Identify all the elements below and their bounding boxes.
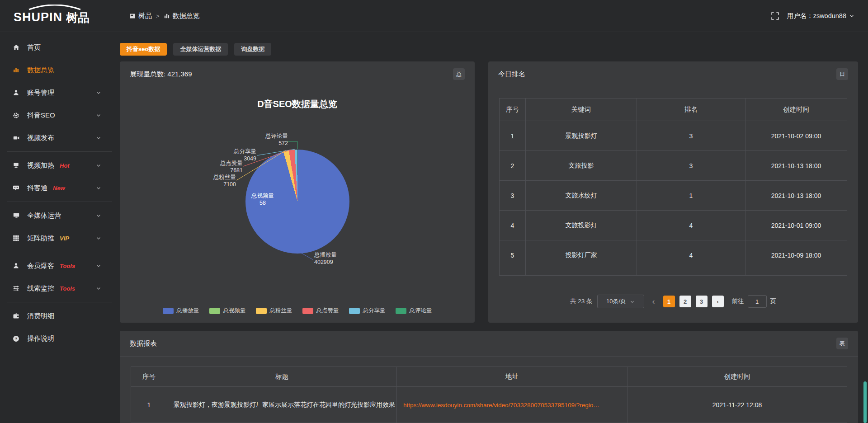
user-icon [13, 263, 21, 269]
table-header-row: 序号 标题 地址 创建时间 [131, 367, 847, 387]
tab-inquiry-data[interactable]: 询盘数据 [234, 43, 271, 56]
main-content: 抖音seo数据 全媒体运营数据 询盘数据 展现量总数: 421,369 总 D音… [113, 32, 868, 423]
legend-item-plays[interactable]: 总播放量 [163, 307, 199, 315]
breadcrumb-current: 数据总览 [164, 12, 200, 20]
sidebar-item-video-publish[interactable]: 视频发布 [0, 127, 113, 149]
bar-chart-icon [13, 67, 21, 73]
table-row: 2文旅投影32021-10-13 18:00 [500, 151, 847, 181]
logo-graphic: SHUPIN 树品 [11, 5, 101, 25]
sidebar-item-operation-guide[interactable]: ? 操作说明 [0, 327, 113, 350]
bar-chart-icon [164, 13, 170, 19]
day-badge-button[interactable]: 日 [836, 68, 848, 80]
vip-badge: VIP [60, 235, 69, 242]
user-menu[interactable]: 用户名：zswodun88 [787, 12, 854, 20]
goto-label: 前往 [732, 297, 744, 306]
legend-item-likes[interactable]: 总点赞量 [302, 307, 339, 315]
pie-label-likes: 总点赞量7681 [220, 160, 243, 174]
sidebar-item-account[interactable]: 账号管理 [0, 81, 113, 104]
column-header-url: 地址 [397, 367, 627, 387]
hot-badge: Hot [60, 162, 70, 169]
table-row: 1 景观投影灯，夜游景观投影灯厂家展示展示落花灯在花园里的灯光投影应用效果 # … [131, 387, 847, 423]
total-badge-button[interactable]: 总 [453, 68, 465, 80]
video-url-link[interactable]: https://www.iesdouyin.com/share/video/70… [403, 402, 599, 409]
table-row: 5投影灯厂家42021-10-09 18:00 [500, 240, 847, 270]
sidebar-item-clue-monitor[interactable]: 线索监控 Tools [0, 277, 113, 300]
column-header-index: 序号 [500, 99, 526, 121]
vertical-scrollbar-thumb[interactable] [863, 381, 867, 423]
fullscreen-icon[interactable] [771, 12, 779, 20]
column-header-keyword: 关键词 [526, 99, 637, 121]
chevron-down-icon [96, 135, 101, 141]
page-button-3[interactable]: 3 [696, 296, 708, 307]
sidebar-item-home[interactable]: 首页 [0, 36, 113, 59]
sidebar-item-member-baoke[interactable]: 会员爆客 Tools [0, 254, 113, 277]
tools-badge: Tools [60, 263, 75, 269]
video-title-cell: 景观投影灯，夜游景观投影灯厂家展示展示落花灯在花园里的灯光投影应用效果 # [167, 387, 397, 423]
pie-chart: D音SEO数据量总览 总评论量572 总分享量3049 [120, 87, 475, 323]
chevron-down-icon [849, 13, 854, 19]
app-window-icon [129, 13, 136, 19]
column-header-title: 标题 [167, 367, 397, 387]
legend-item-comments[interactable]: 总评论量 [396, 307, 432, 315]
pie-label-fans: 总粉丝量7100 [213, 174, 236, 188]
goto-page-input[interactable] [748, 295, 767, 308]
tab-media-operation-data[interactable]: 全媒体运营数据 [173, 43, 228, 56]
wallet-icon [13, 313, 21, 319]
goto-unit: 页 [770, 297, 777, 306]
page-size-select[interactable]: 10条/页 [597, 295, 644, 308]
chart-legend: 总播放量 总视频量 总粉丝量 总点赞量 总分享量 总评论量 [120, 307, 475, 315]
prev-page-button[interactable]: ‹ [649, 297, 659, 306]
user-icon [13, 89, 21, 96]
app-logo[interactable]: SHUPIN 树品 [0, 5, 113, 27]
ranking-table: 序号 关键词 排名 创建时间 1景观投影灯32021-10-02 09:00 [499, 98, 847, 276]
breadcrumb-separator: > [156, 13, 160, 19]
report-panel-title: 数据报表 [130, 339, 157, 348]
legend-item-videos[interactable]: 总视频量 [209, 307, 246, 315]
legend-item-shares[interactable]: 总分享量 [349, 307, 386, 315]
report-table: 序号 标题 地址 创建时间 1 景观投影灯，夜游景观投影灯厂家展示展示落花灯在花… [131, 367, 847, 423]
column-header-rank: 排名 [637, 99, 745, 121]
legend-item-fans[interactable]: 总粉丝量 [256, 307, 292, 315]
video-camera-icon [13, 135, 21, 141]
data-report-panel: 数据报表 表 序号 标题 地址 创建时间 [120, 331, 858, 423]
ranking-panel-title: 今日排名 [498, 70, 525, 79]
home-icon [13, 44, 21, 51]
pagination-total: 共 23 条 [570, 297, 593, 306]
grid-icon [13, 235, 21, 241]
gear-icon [13, 112, 21, 118]
chart-title: D音SEO数据量总览 [120, 98, 475, 110]
breadcrumb: 树品 > 数据总览 [129, 12, 200, 20]
goto-page: 前往 页 [732, 295, 777, 308]
column-header-index: 序号 [131, 367, 167, 387]
sidebar-item-douyin-seo[interactable]: 抖音SEO [0, 104, 113, 127]
page-button-2[interactable]: 2 [679, 296, 691, 307]
pie-label-plays: 总播放量402909 [314, 251, 337, 266]
next-page-button[interactable]: › [712, 296, 724, 307]
svg-text:?: ? [15, 336, 18, 341]
data-tabs: 抖音seo数据 全媒体运营数据 询盘数据 [120, 43, 858, 56]
table-badge-button[interactable]: 表 [836, 338, 848, 349]
table-row: 1景观投影灯32021-10-02 09:00 [500, 121, 847, 151]
sidebar-item-matrix-boost[interactable]: 矩阵助推 VIP [0, 227, 113, 249]
screen-icon [13, 162, 21, 169]
breadcrumb-root[interactable]: 树品 [129, 12, 152, 20]
chat-bubble-icon [13, 185, 21, 191]
sidebar-divider [7, 202, 112, 202]
sidebar-item-video-heat[interactable]: 视频加热 Hot [0, 154, 113, 177]
monitor-icon [13, 212, 21, 219]
column-header-created: 创建时间 [627, 367, 847, 387]
sidebar-item-doukertong[interactable]: 抖客通 New [0, 177, 113, 199]
column-header-created: 创建时间 [745, 99, 847, 121]
sidebar-item-consumption-detail[interactable]: 消费明细 [0, 305, 113, 327]
chevron-down-icon [96, 163, 101, 168]
sidebar-item-data-overview[interactable]: 数据总览 [0, 59, 113, 81]
sidebar-item-media-operation[interactable]: 全媒体运营 [0, 204, 113, 227]
table-row: 3文旅水纹灯12021-10-13 18:00 [500, 181, 847, 211]
chevron-down-icon [96, 213, 101, 218]
new-badge: New [53, 185, 65, 192]
page-button-1[interactable]: 1 [663, 296, 675, 307]
tab-douyin-seo-data[interactable]: 抖音seo数据 [120, 43, 167, 56]
chevron-down-icon [96, 263, 101, 268]
pie-label-videos: 总视频量58 [240, 192, 285, 207]
sidebar-divider [7, 252, 112, 252]
